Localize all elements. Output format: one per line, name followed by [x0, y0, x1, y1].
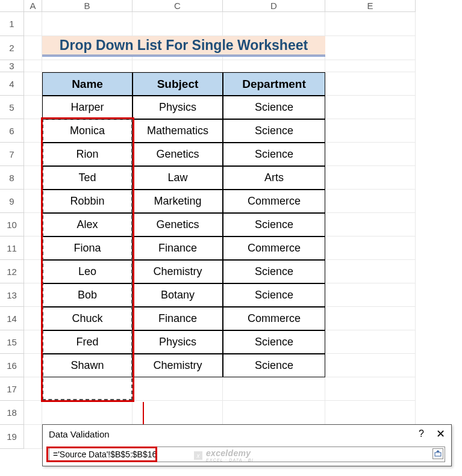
cell-B16[interactable]: Shawn	[42, 354, 133, 377]
cell-C11[interactable]: Finance	[133, 236, 223, 260]
cell-E2[interactable]	[325, 36, 416, 60]
cell-A8[interactable]	[24, 166, 42, 190]
cell-B5[interactable]: Harper	[42, 96, 133, 119]
cell-D8[interactable]: Arts	[223, 166, 325, 190]
cell-E1[interactable]	[325, 12, 416, 36]
cell-B13[interactable]: Bob	[42, 283, 133, 307]
cell-C5[interactable]: Physics	[133, 96, 223, 119]
cell-D7[interactable]: Science	[223, 143, 325, 166]
cell-A1[interactable]	[24, 12, 42, 36]
cell-E4[interactable]	[325, 72, 416, 96]
help-button[interactable]: ?	[419, 428, 424, 439]
cell-E5[interactable]	[325, 96, 416, 119]
cell-C16[interactable]: Chemistry	[133, 354, 223, 377]
row-header-13[interactable]: 13	[0, 283, 24, 307]
cell-A19[interactable]	[24, 425, 42, 449]
row-header-11[interactable]: 11	[0, 236, 24, 260]
cell-D1[interactable]	[223, 12, 325, 36]
cell-D16[interactable]: Science	[223, 354, 325, 377]
row-header-5[interactable]: 5	[0, 96, 24, 119]
cell-A9[interactable]	[24, 190, 42, 213]
cell-C12[interactable]: Chemistry	[133, 260, 223, 283]
cell-C9[interactable]: Marketing	[133, 190, 223, 213]
row-header-12[interactable]: 12	[0, 260, 24, 283]
cell-E7[interactable]	[325, 143, 416, 166]
cell-A11[interactable]	[24, 236, 42, 260]
cell-D17[interactable]	[223, 377, 325, 401]
cell-E18[interactable]	[325, 401, 416, 425]
cell-C17[interactable]	[133, 377, 223, 401]
cell-A12[interactable]	[24, 260, 42, 283]
cell-B1[interactable]	[42, 12, 133, 36]
cell-E9[interactable]	[325, 190, 416, 213]
cell-C14[interactable]: Finance	[133, 307, 223, 330]
cell-D6[interactable]: Science	[223, 119, 325, 143]
cell-A16[interactable]	[24, 354, 42, 377]
row-header-4[interactable]: 4	[0, 72, 24, 96]
cell-B7[interactable]: Rion	[42, 143, 133, 166]
cell-A4[interactable]	[24, 72, 42, 96]
cell-B17[interactable]	[42, 377, 133, 401]
cell-A14[interactable]	[24, 307, 42, 330]
cell-D5[interactable]: Science	[223, 96, 325, 119]
cell-D14[interactable]: Commerce	[223, 307, 325, 330]
row-header-18[interactable]: 18	[0, 401, 24, 425]
cell-D11[interactable]: Commerce	[223, 236, 325, 260]
cell-B8[interactable]: Ted	[42, 166, 133, 190]
cell-D10[interactable]: Science	[223, 213, 325, 236]
col-header-b[interactable]: B	[42, 0, 133, 12]
row-header-3[interactable]: 3	[0, 60, 24, 72]
cell-A15[interactable]	[24, 330, 42, 354]
cell-A17[interactable]	[24, 377, 42, 401]
cell-A2[interactable]	[24, 36, 42, 60]
row-header-9[interactable]: 9	[0, 190, 24, 213]
col-header-d[interactable]: D	[223, 0, 325, 12]
cell-A7[interactable]	[24, 143, 42, 166]
row-header-6[interactable]: 6	[0, 119, 24, 143]
cell-B9[interactable]: Robbin	[42, 190, 133, 213]
cell-C15[interactable]: Physics	[133, 330, 223, 354]
cell-A3[interactable]	[24, 60, 42, 72]
cell-B10[interactable]: Alex	[42, 213, 133, 236]
cell-B15[interactable]: Fred	[42, 330, 133, 354]
cell-D13[interactable]: Science	[223, 283, 325, 307]
cell-E8[interactable]	[325, 166, 416, 190]
row-header-1[interactable]: 1	[0, 12, 24, 36]
row-header-17[interactable]: 17	[0, 377, 24, 401]
cell-C4[interactable]: Subject	[133, 72, 223, 96]
cell-E10[interactable]	[325, 213, 416, 236]
cell-E16[interactable]	[325, 354, 416, 377]
row-header-7[interactable]: 7	[0, 143, 24, 166]
cell-C3[interactable]	[133, 60, 223, 72]
row-header-19[interactable]: 19	[0, 425, 24, 449]
row-header-2[interactable]: 2	[0, 36, 24, 60]
cell-D4[interactable]: Department	[223, 72, 325, 96]
cell-E14[interactable]	[325, 307, 416, 330]
cell-D3[interactable]	[223, 60, 325, 72]
cell-B14[interactable]: Chuck	[42, 307, 133, 330]
col-header-c[interactable]: C	[133, 0, 223, 12]
row-header-10[interactable]: 10	[0, 213, 24, 236]
source-input[interactable]: ='Source Data'!$B$5:$B$16	[49, 447, 445, 462]
cell-B6[interactable]: Monica	[42, 119, 133, 143]
select-all-corner[interactable]	[0, 0, 24, 12]
collapse-dialog-icon[interactable]	[432, 448, 443, 459]
cell-E12[interactable]	[325, 260, 416, 283]
row-header-14[interactable]: 14	[0, 307, 24, 330]
cell-A13[interactable]	[24, 283, 42, 307]
cell-A10[interactable]	[24, 213, 42, 236]
cell-C7[interactable]: Genetics	[133, 143, 223, 166]
cell-E13[interactable]	[325, 283, 416, 307]
cell-D9[interactable]: Commerce	[223, 190, 325, 213]
cell-A5[interactable]	[24, 96, 42, 119]
cell-C10[interactable]: Genetics	[133, 213, 223, 236]
cell-A6[interactable]	[24, 119, 42, 143]
cell-B18[interactable]	[42, 401, 133, 425]
cell-B4[interactable]: Name	[42, 72, 133, 96]
col-header-a[interactable]: A	[24, 0, 42, 12]
cell-C18[interactable]	[133, 401, 223, 425]
cell-D18[interactable]	[223, 401, 325, 425]
cell-E6[interactable]	[325, 119, 416, 143]
row-header-16[interactable]: 16	[0, 354, 24, 377]
cell-C8[interactable]: Law	[133, 166, 223, 190]
